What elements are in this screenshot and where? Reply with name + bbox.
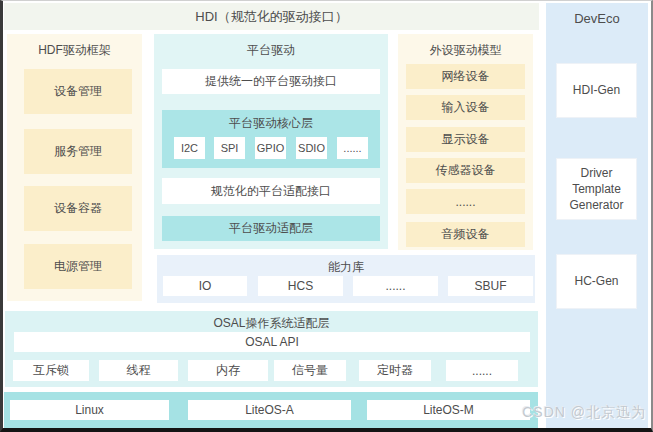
core-item-gpio: GPIO — [255, 137, 286, 159]
peripheral-models-panel: 外设驱动模型 网络设备 输入设备 显示设备 传感器设备 ...... 音频设备 — [398, 34, 533, 250]
deveco-title: DevEco — [546, 11, 648, 26]
platform-driver-title: 平台驱动 — [154, 42, 388, 59]
platform-adapt-layer: 平台驱动适配层 — [162, 216, 380, 241]
capability-item-sbuf: SBUF — [448, 276, 533, 296]
peripheral-item-audio: 音频设备 — [406, 222, 525, 247]
capability-item-hcs: HCS — [258, 276, 343, 296]
hdf-item-service-management: 服务管理 — [24, 129, 132, 174]
deveco-tool-hdi-gen: HDI-Gen — [556, 63, 637, 118]
osal-item-semaphore: 信号量 — [274, 360, 346, 381]
hdf-item-device-management: 设备管理 — [24, 69, 132, 114]
capability-item-more: ...... — [353, 276, 438, 296]
platform-core-layer-title: 平台驱动核心层 — [162, 115, 380, 132]
peripheral-item-input: 输入设备 — [406, 95, 525, 120]
osal-api-bar: OSAL API — [14, 332, 530, 352]
capability-lib-title: 能力库 — [157, 259, 535, 276]
kernel-bar: Linux LiteOS-A LiteOS-M — [4, 392, 538, 428]
core-item-spi: SPI — [214, 137, 245, 159]
core-item-i2c: I2C — [174, 137, 205, 159]
capability-lib-panel: 能力库 IO HCS ...... SBUF — [157, 255, 535, 303]
platform-unified-interface: 提供统一的平台驱动接口 — [162, 69, 380, 94]
hdf-framework-panel: HDF驱动框架 设备管理 服务管理 设备容器 电源管理 — [7, 34, 142, 301]
osal-item-timer: 定时器 — [359, 360, 431, 381]
deveco-panel: DevEco HDI-Gen Driver Template Generator… — [546, 3, 648, 429]
osal-item-memory: 内存 — [188, 360, 268, 381]
peripheral-models-title: 外设驱动模型 — [398, 42, 533, 59]
capability-item-io: IO — [163, 276, 247, 296]
hdi-interface-label: HDI（规范化的驱动接口） — [195, 8, 347, 26]
deveco-tool-driver-template-generator: Driver Template Generator — [556, 158, 637, 220]
deveco-tool-hc-gen: HC-Gen — [556, 254, 637, 309]
platform-adapt-interface: 规范化的平台适配接口 — [162, 178, 380, 204]
core-item-more: ...... — [337, 137, 368, 159]
core-item-sdio: SDIO — [296, 137, 327, 159]
hdf-item-device-container: 设备容器 — [24, 186, 132, 231]
osal-panel: OSAL操作系统适配层 OSAL API 互斥锁 线程 内存 信号量 定时器 .… — [5, 311, 538, 387]
peripheral-item-more: ...... — [406, 189, 525, 214]
hdf-item-power-management: 电源管理 — [24, 244, 132, 289]
platform-driver-panel: 平台驱动 提供统一的平台驱动接口 平台驱动核心层 I2C SPI GPIO SD… — [154, 34, 388, 249]
peripheral-item-display: 显示设备 — [406, 127, 525, 152]
osal-item-more: ...... — [446, 360, 518, 381]
osal-item-thread: 线程 — [99, 360, 178, 381]
kernel-linux: Linux — [10, 400, 169, 420]
platform-core-layer: 平台驱动核心层 I2C SPI GPIO SDIO ...... — [162, 110, 380, 168]
csdn-watermark: CSDN @北京迅为 — [522, 404, 646, 422]
hdf-framework-title: HDF驱动框架 — [7, 42, 142, 59]
peripheral-item-sensor: 传感器设备 — [406, 158, 525, 183]
osal-item-mutex: 互斥锁 — [13, 360, 89, 381]
kernel-liteos-m: LiteOS-M — [367, 400, 530, 420]
peripheral-item-network: 网络设备 — [406, 64, 525, 89]
hdi-interface-bar: HDI（规范化的驱动接口） — [4, 3, 539, 30]
osal-title: OSAL操作系统适配层 — [5, 315, 538, 332]
hdf-architecture-diagram: HDI（规范化的驱动接口） HDF驱动框架 设备管理 服务管理 设备容器 电源管… — [0, 0, 653, 432]
kernel-liteos-a: LiteOS-A — [188, 400, 351, 420]
